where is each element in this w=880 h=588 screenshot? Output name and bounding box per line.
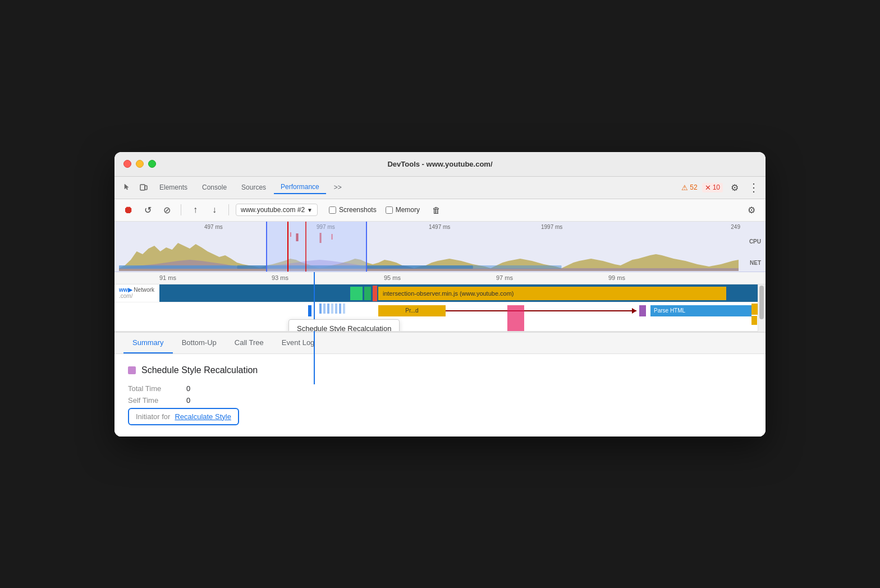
cpu-chart bbox=[119, 232, 739, 271]
initiator-label: Initiator for bbox=[136, 412, 170, 421]
cpu-label: CPU bbox=[749, 238, 761, 245]
ms-label-97: 97 ms bbox=[496, 274, 513, 281]
devtools-tab-bar: Elements Console Sources Performance >> … bbox=[114, 177, 766, 199]
maximize-button[interactable] bbox=[148, 160, 156, 168]
self-time-label: Self Time bbox=[128, 396, 173, 405]
more-icon[interactable]: ⋮ bbox=[746, 180, 761, 195]
title-bar: DevTools - www.youtube.com/ bbox=[114, 152, 766, 177]
session-selector[interactable]: www.youtube.com #2 ▼ bbox=[236, 204, 318, 216]
screenshots-label: Screenshots bbox=[339, 206, 377, 214]
download-button[interactable]: ↓ bbox=[207, 203, 222, 217]
trash-icon[interactable]: 🗑 bbox=[429, 203, 443, 217]
network-track-label: ww▶ Network .com/ bbox=[114, 287, 159, 299]
tab-sources[interactable]: Sources bbox=[235, 181, 273, 194]
net-label: NET bbox=[750, 260, 761, 266]
scrollbar[interactable] bbox=[758, 284, 766, 332]
error-count: 10 bbox=[713, 183, 720, 191]
refresh-record-button[interactable]: ↺ bbox=[140, 203, 155, 217]
total-time-value: 0 bbox=[186, 384, 190, 393]
record-button[interactable]: ⏺ bbox=[121, 203, 136, 217]
close-button[interactable] bbox=[123, 160, 131, 168]
summary-tabs: Summary Bottom-Up Call Tree Event Log bbox=[114, 333, 766, 354]
tab-console[interactable]: Console bbox=[195, 181, 233, 194]
upload-button[interactable]: ↑ bbox=[188, 203, 203, 217]
minimize-button[interactable] bbox=[136, 160, 144, 168]
screenshots-checkbox-label[interactable]: Screenshots bbox=[329, 206, 377, 214]
scrollbar-thumb[interactable] bbox=[759, 286, 764, 319]
ms-label-91: 91 ms bbox=[159, 274, 176, 281]
summary-content: Schedule Style Recalculation Total Time … bbox=[114, 354, 766, 437]
arrow-line bbox=[446, 310, 636, 311]
parse-html-bar: Parse HTML bbox=[650, 305, 751, 316]
main-thread-content[interactable]: Pr...d Parse HTML bbox=[159, 302, 766, 331]
devtools-window: DevTools - www.youtube.com/ Elements Con… bbox=[114, 152, 766, 437]
warning-badge[interactable]: ⚠ 52 bbox=[681, 183, 697, 192]
tab-performance[interactable]: Performance bbox=[274, 181, 326, 194]
window-title: DevTools - www.youtube.com/ bbox=[387, 160, 492, 168]
tab-bottom-up[interactable]: Bottom-Up bbox=[173, 333, 226, 353]
event-title-row: Schedule Style Recalculation bbox=[128, 365, 752, 375]
traffic-lights bbox=[123, 160, 156, 168]
timeline-tracks-container: 91 ms 93 ms 95 ms 97 ms 99 ms ww▶ Networ… bbox=[114, 272, 766, 332]
ruler-mark-0: 497 ms bbox=[204, 224, 223, 230]
memory-checkbox-label[interactable]: Memory bbox=[386, 206, 420, 214]
main-thread-label bbox=[114, 302, 159, 306]
green-bar-2 bbox=[364, 287, 371, 300]
tab-call-tree[interactable]: Call Tree bbox=[226, 333, 273, 353]
total-time-label: Total Time bbox=[128, 384, 173, 393]
total-time-row: Total Time 0 bbox=[128, 384, 752, 393]
marker-2 bbox=[305, 222, 306, 272]
flame-tooltip: Schedule Style Recalculation bbox=[288, 319, 400, 332]
network-cursor bbox=[314, 284, 315, 302]
ms-label-99: 99 ms bbox=[608, 274, 625, 281]
network-track: ww▶ Network .com/ intersection-observer.… bbox=[114, 284, 766, 302]
green-bar-1 bbox=[350, 287, 363, 300]
tab-more[interactable]: >> bbox=[327, 181, 349, 194]
device-icon[interactable] bbox=[136, 180, 152, 195]
warning-icon: ⚠ bbox=[681, 183, 688, 192]
svg-rect-8 bbox=[473, 265, 562, 269]
initiator-row: Initiator for Recalculate Style bbox=[128, 408, 239, 425]
initiator-link[interactable]: Recalculate Style bbox=[175, 412, 231, 421]
event-title: Schedule Style Recalculation bbox=[141, 365, 258, 375]
tab-summary[interactable]: Summary bbox=[123, 333, 173, 353]
memory-checkbox[interactable] bbox=[386, 206, 393, 214]
tab-event-log[interactable]: Event Log bbox=[273, 333, 324, 353]
error-badge[interactable]: ✕ 10 bbox=[702, 183, 723, 192]
network-bar-text: intersection-observer.min.js (www.youtub… bbox=[383, 290, 514, 297]
purple-box bbox=[639, 305, 646, 316]
settings-icon[interactable]: ⚙ bbox=[727, 180, 742, 195]
blue-marker bbox=[308, 305, 311, 316]
ruler-mark-3: 1997 ms bbox=[541, 224, 562, 230]
svg-rect-0 bbox=[140, 185, 145, 190]
network-bar-yellow: intersection-observer.min.js (www.youtub… bbox=[378, 287, 726, 300]
performance-toolbar: ⏺ ↺ ⊘ ↑ ↓ www.youtube.com #2 ▼ Screensho… bbox=[114, 199, 766, 222]
ruler-mark-2: 1497 ms bbox=[429, 224, 450, 230]
error-icon: ✕ bbox=[705, 183, 711, 192]
ms-label-95: 95 ms bbox=[384, 274, 401, 281]
self-time-row: Self Time 0 bbox=[128, 396, 752, 405]
divider-1 bbox=[181, 204, 181, 215]
cursor-icon[interactable] bbox=[119, 180, 135, 195]
main-thread-track: Pr...d Parse HTML bbox=[114, 302, 766, 332]
ms-label-93: 93 ms bbox=[272, 274, 288, 281]
chevron-down-icon: ▼ bbox=[307, 207, 313, 213]
summary-panel: Summary Bottom-Up Call Tree Event Log Sc… bbox=[114, 332, 766, 437]
warning-count: 52 bbox=[690, 183, 697, 191]
session-label: www.youtube.com #2 bbox=[241, 206, 305, 214]
blue-dashes bbox=[319, 304, 375, 314]
perf-settings-icon[interactable]: ⚙ bbox=[744, 203, 759, 217]
devtools-right-controls: ⚠ 52 ✕ 10 ⚙ ⋮ bbox=[681, 180, 761, 195]
screenshots-checkbox[interactable] bbox=[329, 206, 336, 214]
timeline-overview[interactable]: 497 ms 997 ms 1497 ms 1997 ms 249 CPU NE… bbox=[114, 222, 766, 272]
tab-elements[interactable]: Elements bbox=[153, 181, 194, 194]
prd-bar: Pr...d bbox=[378, 305, 446, 316]
ruler-mark-4: 249 bbox=[731, 224, 740, 230]
svg-rect-6 bbox=[119, 265, 237, 269]
svg-rect-1 bbox=[145, 186, 147, 190]
divider-2 bbox=[228, 204, 229, 215]
red-small-bar bbox=[373, 286, 377, 301]
clear-button[interactable]: ⊘ bbox=[159, 203, 174, 217]
network-track-content[interactable]: intersection-observer.min.js (www.youtub… bbox=[159, 284, 766, 302]
event-color-indicator bbox=[128, 366, 136, 374]
